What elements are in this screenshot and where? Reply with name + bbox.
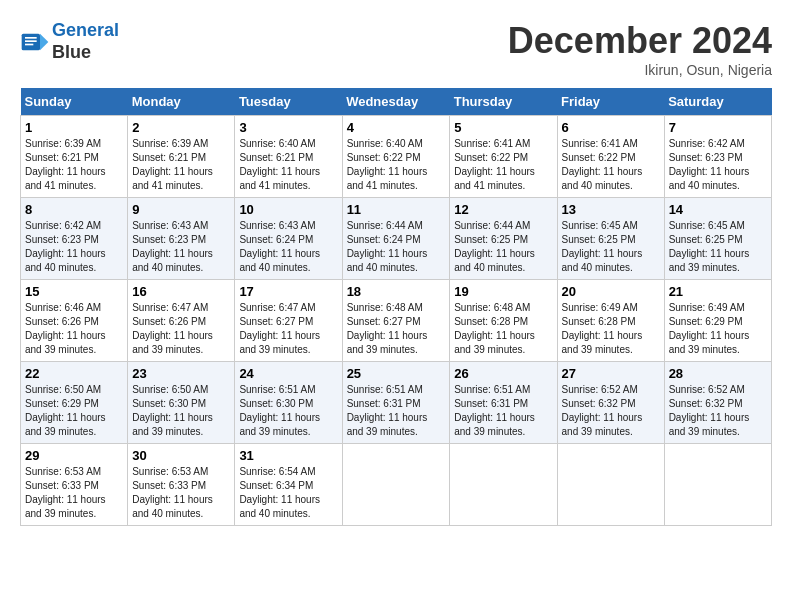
day-number: 13 bbox=[562, 202, 660, 217]
day-info: Sunrise: 6:40 AMSunset: 6:22 PMDaylight:… bbox=[347, 138, 428, 191]
day-info: Sunrise: 6:49 AMSunset: 6:29 PMDaylight:… bbox=[669, 302, 750, 355]
logo-line2: Blue bbox=[52, 42, 119, 64]
month-title: December 2024 bbox=[508, 20, 772, 62]
day-number: 24 bbox=[239, 366, 337, 381]
week-row-3: 15 Sunrise: 6:46 AMSunset: 6:26 PMDaylig… bbox=[21, 280, 772, 362]
calendar-cell: 29 Sunrise: 6:53 AMSunset: 6:33 PMDaylig… bbox=[21, 444, 128, 526]
calendar-cell: 9 Sunrise: 6:43 AMSunset: 6:23 PMDayligh… bbox=[128, 198, 235, 280]
day-info: Sunrise: 6:43 AMSunset: 6:24 PMDaylight:… bbox=[239, 220, 320, 273]
calendar-cell: 16 Sunrise: 6:47 AMSunset: 6:26 PMDaylig… bbox=[128, 280, 235, 362]
calendar-cell: 5 Sunrise: 6:41 AMSunset: 6:22 PMDayligh… bbox=[450, 116, 557, 198]
weekday-header-friday: Friday bbox=[557, 88, 664, 116]
day-info: Sunrise: 6:46 AMSunset: 6:26 PMDaylight:… bbox=[25, 302, 106, 355]
day-info: Sunrise: 6:51 AMSunset: 6:31 PMDaylight:… bbox=[347, 384, 428, 437]
day-info: Sunrise: 6:42 AMSunset: 6:23 PMDaylight:… bbox=[25, 220, 106, 273]
week-row-1: 1 Sunrise: 6:39 AMSunset: 6:21 PMDayligh… bbox=[21, 116, 772, 198]
day-info: Sunrise: 6:50 AMSunset: 6:30 PMDaylight:… bbox=[132, 384, 213, 437]
weekday-header-tuesday: Tuesday bbox=[235, 88, 342, 116]
calendar-cell: 4 Sunrise: 6:40 AMSunset: 6:22 PMDayligh… bbox=[342, 116, 450, 198]
calendar-cell: 22 Sunrise: 6:50 AMSunset: 6:29 PMDaylig… bbox=[21, 362, 128, 444]
logo: General Blue bbox=[20, 20, 119, 63]
svg-rect-2 bbox=[25, 37, 37, 39]
svg-marker-1 bbox=[40, 33, 48, 50]
day-info: Sunrise: 6:54 AMSunset: 6:34 PMDaylight:… bbox=[239, 466, 320, 519]
calendar-cell: 14 Sunrise: 6:45 AMSunset: 6:25 PMDaylig… bbox=[664, 198, 771, 280]
day-info: Sunrise: 6:40 AMSunset: 6:21 PMDaylight:… bbox=[239, 138, 320, 191]
day-number: 18 bbox=[347, 284, 446, 299]
day-number: 26 bbox=[454, 366, 552, 381]
day-info: Sunrise: 6:45 AMSunset: 6:25 PMDaylight:… bbox=[562, 220, 643, 273]
calendar-cell: 19 Sunrise: 6:48 AMSunset: 6:28 PMDaylig… bbox=[450, 280, 557, 362]
day-info: Sunrise: 6:43 AMSunset: 6:23 PMDaylight:… bbox=[132, 220, 213, 273]
calendar-cell: 28 Sunrise: 6:52 AMSunset: 6:32 PMDaylig… bbox=[664, 362, 771, 444]
day-number: 19 bbox=[454, 284, 552, 299]
day-number: 8 bbox=[25, 202, 123, 217]
day-number: 1 bbox=[25, 120, 123, 135]
calendar-table: SundayMondayTuesdayWednesdayThursdayFrid… bbox=[20, 88, 772, 526]
day-info: Sunrise: 6:47 AMSunset: 6:26 PMDaylight:… bbox=[132, 302, 213, 355]
day-info: Sunrise: 6:52 AMSunset: 6:32 PMDaylight:… bbox=[669, 384, 750, 437]
day-info: Sunrise: 6:48 AMSunset: 6:28 PMDaylight:… bbox=[454, 302, 535, 355]
day-info: Sunrise: 6:45 AMSunset: 6:25 PMDaylight:… bbox=[669, 220, 750, 273]
day-number: 22 bbox=[25, 366, 123, 381]
day-number: 5 bbox=[454, 120, 552, 135]
day-number: 30 bbox=[132, 448, 230, 463]
day-info: Sunrise: 6:44 AMSunset: 6:25 PMDaylight:… bbox=[454, 220, 535, 273]
page-header: General Blue December 2024 Ikirun, Osun,… bbox=[20, 20, 772, 78]
calendar-cell: 31 Sunrise: 6:54 AMSunset: 6:34 PMDaylig… bbox=[235, 444, 342, 526]
day-info: Sunrise: 6:47 AMSunset: 6:27 PMDaylight:… bbox=[239, 302, 320, 355]
day-number: 11 bbox=[347, 202, 446, 217]
day-number: 20 bbox=[562, 284, 660, 299]
calendar-cell: 12 Sunrise: 6:44 AMSunset: 6:25 PMDaylig… bbox=[450, 198, 557, 280]
weekday-header-sunday: Sunday bbox=[21, 88, 128, 116]
day-number: 23 bbox=[132, 366, 230, 381]
svg-rect-4 bbox=[25, 43, 33, 45]
day-info: Sunrise: 6:52 AMSunset: 6:32 PMDaylight:… bbox=[562, 384, 643, 437]
calendar-cell: 7 Sunrise: 6:42 AMSunset: 6:23 PMDayligh… bbox=[664, 116, 771, 198]
day-number: 16 bbox=[132, 284, 230, 299]
day-number: 2 bbox=[132, 120, 230, 135]
calendar-cell: 18 Sunrise: 6:48 AMSunset: 6:27 PMDaylig… bbox=[342, 280, 450, 362]
day-info: Sunrise: 6:51 AMSunset: 6:30 PMDaylight:… bbox=[239, 384, 320, 437]
logo-line1: General bbox=[52, 20, 119, 40]
day-number: 14 bbox=[669, 202, 767, 217]
day-info: Sunrise: 6:49 AMSunset: 6:28 PMDaylight:… bbox=[562, 302, 643, 355]
day-info: Sunrise: 6:53 AMSunset: 6:33 PMDaylight:… bbox=[132, 466, 213, 519]
calendar-cell: 24 Sunrise: 6:51 AMSunset: 6:30 PMDaylig… bbox=[235, 362, 342, 444]
day-number: 21 bbox=[669, 284, 767, 299]
calendar-cell: 27 Sunrise: 6:52 AMSunset: 6:32 PMDaylig… bbox=[557, 362, 664, 444]
day-info: Sunrise: 6:42 AMSunset: 6:23 PMDaylight:… bbox=[669, 138, 750, 191]
calendar-cell: 10 Sunrise: 6:43 AMSunset: 6:24 PMDaylig… bbox=[235, 198, 342, 280]
calendar-cell: 6 Sunrise: 6:41 AMSunset: 6:22 PMDayligh… bbox=[557, 116, 664, 198]
day-number: 25 bbox=[347, 366, 446, 381]
weekday-header-saturday: Saturday bbox=[664, 88, 771, 116]
day-number: 9 bbox=[132, 202, 230, 217]
calendar-cell: 1 Sunrise: 6:39 AMSunset: 6:21 PMDayligh… bbox=[21, 116, 128, 198]
day-number: 17 bbox=[239, 284, 337, 299]
calendar-cell: 20 Sunrise: 6:49 AMSunset: 6:28 PMDaylig… bbox=[557, 280, 664, 362]
calendar-cell: 13 Sunrise: 6:45 AMSunset: 6:25 PMDaylig… bbox=[557, 198, 664, 280]
day-number: 10 bbox=[239, 202, 337, 217]
day-number: 4 bbox=[347, 120, 446, 135]
svg-rect-3 bbox=[25, 40, 37, 42]
day-number: 6 bbox=[562, 120, 660, 135]
day-number: 31 bbox=[239, 448, 337, 463]
day-number: 12 bbox=[454, 202, 552, 217]
day-info: Sunrise: 6:39 AMSunset: 6:21 PMDaylight:… bbox=[132, 138, 213, 191]
calendar-cell bbox=[342, 444, 450, 526]
calendar-cell bbox=[664, 444, 771, 526]
logo-icon bbox=[20, 27, 50, 57]
weekday-header-thursday: Thursday bbox=[450, 88, 557, 116]
calendar-cell: 15 Sunrise: 6:46 AMSunset: 6:26 PMDaylig… bbox=[21, 280, 128, 362]
day-info: Sunrise: 6:41 AMSunset: 6:22 PMDaylight:… bbox=[562, 138, 643, 191]
day-info: Sunrise: 6:53 AMSunset: 6:33 PMDaylight:… bbox=[25, 466, 106, 519]
location: Ikirun, Osun, Nigeria bbox=[508, 62, 772, 78]
calendar-cell: 11 Sunrise: 6:44 AMSunset: 6:24 PMDaylig… bbox=[342, 198, 450, 280]
day-number: 15 bbox=[25, 284, 123, 299]
calendar-cell: 25 Sunrise: 6:51 AMSunset: 6:31 PMDaylig… bbox=[342, 362, 450, 444]
calendar-cell bbox=[450, 444, 557, 526]
calendar-cell bbox=[557, 444, 664, 526]
calendar-cell: 2 Sunrise: 6:39 AMSunset: 6:21 PMDayligh… bbox=[128, 116, 235, 198]
calendar-cell: 26 Sunrise: 6:51 AMSunset: 6:31 PMDaylig… bbox=[450, 362, 557, 444]
day-info: Sunrise: 6:44 AMSunset: 6:24 PMDaylight:… bbox=[347, 220, 428, 273]
